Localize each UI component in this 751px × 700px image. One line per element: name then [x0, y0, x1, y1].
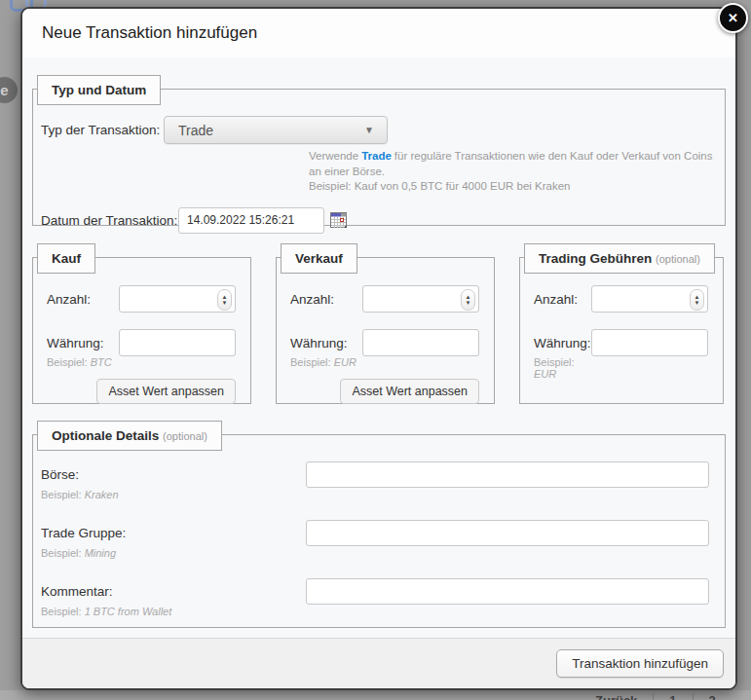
- sell-currency-label: Währung:: [290, 329, 357, 350]
- buy-amount-row: Anzahl: ▲ ▼: [47, 285, 236, 313]
- stepper-down-icon: ▼: [466, 300, 471, 306]
- stepper-down-icon: ▼: [222, 300, 228, 306]
- hint-label: Beispiel:: [290, 356, 331, 368]
- legend-text: Typ und Datum: [52, 83, 146, 97]
- fees-currency-input[interactable]: [591, 329, 708, 356]
- pagination-page-1: 1: [653, 693, 692, 700]
- modal-title: Neue Transaktion hinzufügen: [42, 23, 257, 43]
- legend-optional-tag: (optional): [656, 253, 700, 265]
- transaction-type-row: Typ der Transaktion: Trade ▼ VerwendeTra…: [41, 116, 725, 195]
- section-buy: Kauf Anzahl: ▲ ▼ Währung:: [32, 257, 251, 404]
- hint-example: EUR: [334, 356, 357, 368]
- section-buy-legend: Kauf: [37, 243, 95, 274]
- buy-currency-input[interactable]: [119, 329, 236, 356]
- legend-text: Trading Gebühren: [539, 251, 652, 266]
- close-icon: ✕: [728, 11, 738, 25]
- legend-optional-tag: (optional): [163, 430, 207, 442]
- stepper-down-icon: ▼: [695, 300, 700, 306]
- background-pagination-strip: Zurück 1 2: [0, 690, 751, 700]
- calendar-button[interactable]: [330, 212, 348, 229]
- transaction-type-select[interactable]: Trade ▼: [164, 116, 388, 144]
- buy-currency-label: Währung:: [47, 329, 112, 350]
- buy-currency-row: Währung: Beispiel: BTC: [47, 329, 236, 368]
- hint-example: EUR: [534, 368, 556, 380]
- sell-currency-row: Währung: Beispiel: EUR: [290, 329, 479, 368]
- section-type-and-date-legend: Typ und Datum: [37, 75, 161, 105]
- transaction-type-value: Trade: [165, 123, 364, 138]
- hint-label: Beispiel:: [47, 356, 88, 368]
- add-transaction-button[interactable]: Transaktion hinzufügen: [556, 649, 724, 678]
- background-pagination: Zurück 1 2: [580, 693, 732, 700]
- sell-currency-input[interactable]: [362, 329, 479, 356]
- legend-text: Verkauf: [295, 251, 343, 266]
- trade-group-input[interactable]: [306, 520, 709, 546]
- comment-hint: Beispiel: 1 BTC from Wallet: [41, 606, 306, 617]
- hint-example: Mining: [85, 547, 116, 559]
- fees-currency-label: Währung:: [534, 329, 591, 350]
- new-transaction-modal: ✕ Neue Transaktion hinzufügen Typ und Da…: [20, 7, 737, 690]
- sell-amount-label: Anzahl:: [290, 285, 334, 307]
- section-trading-fees: Trading Gebühren (optional) Anzahl: ▲ ▼: [519, 257, 724, 404]
- section-sell-legend: Verkauf: [281, 243, 357, 274]
- asset-sections-row: Kauf Anzahl: ▲ ▼ Währung:: [32, 257, 726, 404]
- exchange-row: Börse: Beispiel: Kraken: [41, 461, 709, 500]
- trade-group-label: Trade Gruppe:: [41, 520, 306, 540]
- transaction-date-input[interactable]: [178, 207, 324, 234]
- section-optional-details: Optionale Details (optional) Börse: Beis…: [32, 434, 726, 628]
- sell-amount-row: Anzahl: ▲ ▼: [290, 285, 479, 313]
- fees-amount-row: Anzahl: ▲ ▼: [534, 285, 708, 313]
- comment-label: Kommentar:: [41, 578, 306, 599]
- sell-currency-hint: Beispiel: EUR: [290, 356, 357, 368]
- exchange-label: Börse:: [41, 461, 306, 482]
- calendar-icon: [330, 212, 348, 229]
- fees-amount-stepper[interactable]: ▲ ▼: [690, 289, 704, 311]
- comment-row: Kommentar: Beispiel: 1 BTC from Wallet: [41, 578, 709, 617]
- chevron-down-icon: ▼: [364, 125, 387, 135]
- hint-example: BTC: [91, 356, 112, 368]
- section-sell: Verkauf Anzahl: ▲ ▼ Währung:: [276, 257, 495, 404]
- legend-text: Kauf: [52, 251, 81, 266]
- transaction-type-label: Typ der Transaktion:: [41, 116, 164, 137]
- buy-adjust-asset-button[interactable]: Asset Wert anpassen: [96, 379, 236, 404]
- hint-label: Beispiel:: [41, 547, 82, 559]
- modal-header: Neue Transaktion hinzufügen: [22, 9, 735, 57]
- close-button[interactable]: ✕: [718, 3, 748, 33]
- hint-example: 1 BTC from Wallet: [85, 606, 172, 617]
- buy-amount-label: Anzahl:: [47, 285, 91, 307]
- help-text: Verwende: [309, 150, 358, 162]
- buy-currency-hint: Beispiel: BTC: [47, 356, 112, 368]
- transaction-date-label: Datum der Transaktion:: [41, 213, 178, 228]
- hint-label: Beispiel:: [41, 606, 82, 617]
- comment-input[interactable]: [306, 578, 709, 605]
- sell-amount-stepper[interactable]: ▲ ▼: [461, 289, 475, 311]
- fees-amount-label: Anzahl:: [534, 285, 578, 307]
- section-optional-details-legend: Optionale Details (optional): [37, 421, 222, 451]
- help-example: Beispiel: Kauf von 0,5 BTC für 4000 EUR …: [309, 180, 570, 192]
- section-type-and-date: Typ und Datum Typ der Transaktion: Trade…: [32, 89, 726, 226]
- help-link[interactable]: Trade: [361, 150, 392, 162]
- modal-footer: Transaktion hinzufügen: [22, 638, 735, 688]
- section-trading-fees-legend: Trading Gebühren (optional): [524, 243, 715, 274]
- buy-amount-stepper[interactable]: ▲ ▼: [217, 289, 232, 311]
- exchange-input[interactable]: [306, 461, 709, 488]
- hint-example: Kraken: [85, 489, 119, 500]
- pagination-page-2: 2: [693, 693, 732, 700]
- transaction-date-row: Datum der Transaktion:: [41, 207, 725, 234]
- transaction-type-help: VerwendeTradefür reguläre Transaktionen …: [309, 149, 725, 195]
- modal-body: Typ und Datum Typ der Transaktion: Trade…: [22, 57, 735, 638]
- hint-label: Beispiel:: [41, 489, 82, 500]
- fees-currency-hint: Beispiel: EUR: [534, 356, 591, 380]
- hint-label: Beispiel:: [534, 356, 575, 368]
- exchange-hint: Beispiel: Kraken: [41, 489, 306, 500]
- legend-text: Optionale Details: [52, 428, 159, 443]
- sell-adjust-asset-button[interactable]: Asset Wert anpassen: [340, 379, 479, 404]
- pagination-back: Zurück: [580, 693, 653, 700]
- background-e-badge: e: [0, 77, 18, 103]
- trade-group-hint: Beispiel: Mining: [41, 547, 306, 559]
- trade-group-row: Trade Gruppe: Beispiel: Mining: [41, 520, 709, 559]
- fees-currency-row: Währung: Beispiel: EUR: [534, 329, 708, 380]
